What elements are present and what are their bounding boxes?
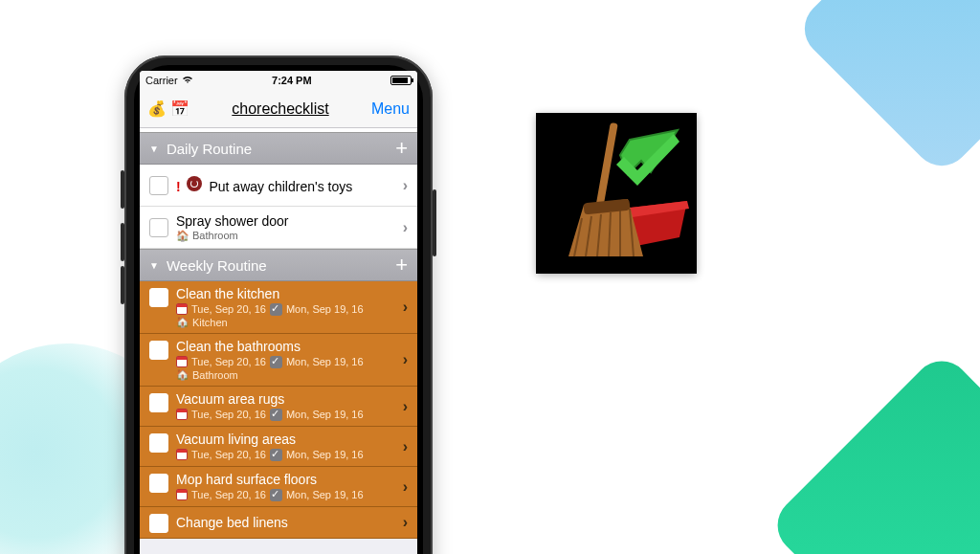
task-done-date: Mon, Sep 19, 16 [286, 355, 364, 368]
calendar-icon [176, 449, 188, 460]
task-row[interactable]: Vacuum area rugs Tue, Sep 20, 16 Mon, Se… [140, 387, 417, 427]
task-done-date: Mon, Sep 19, 16 [286, 302, 364, 316]
task-row[interactable]: ! Put away children's toys › [140, 165, 417, 207]
collapse-triangle-icon: ▼ [149, 144, 159, 154]
add-task-button[interactable]: + [395, 136, 408, 161]
decorative-blob [766, 349, 980, 554]
task-checkbox[interactable] [149, 288, 168, 307]
phone-screen: Carrier 7:24 PM 💰 📅 chorechecklist Menu … [140, 71, 417, 554]
section-title: Weekly Routine [167, 257, 267, 274]
status-bar: Carrier 7:24 PM [140, 71, 417, 90]
done-check-icon [270, 489, 282, 501]
task-title: Put away children's toys [209, 179, 352, 194]
room-icon: 🏠 [176, 368, 189, 381]
chevron-right-icon: › [403, 514, 408, 531]
task-row[interactable]: Vacuum living areas Tue, Sep 20, 16 Mon,… [140, 427, 417, 467]
done-check-icon [270, 303, 282, 316]
task-done-date: Mon, Sep 19, 16 [286, 408, 364, 421]
done-check-icon [270, 449, 282, 461]
task-row[interactable]: Mop hard surface floors Tue, Sep 20, 16 … [140, 467, 417, 507]
task-title: Mop hard surface floors [176, 472, 403, 487]
app-icon [536, 113, 697, 274]
chevron-right-icon: › [403, 299, 408, 316]
section-title: Daily Routine [167, 141, 252, 157]
add-task-button[interactable]: + [395, 253, 408, 277]
app-title[interactable]: chorechecklist [189, 100, 371, 118]
menu-button[interactable]: Menu [371, 100, 410, 118]
task-title: Vacuum living areas [176, 432, 403, 447]
task-title: Spray shower door [176, 213, 397, 229]
task-checkbox[interactable] [149, 514, 168, 533]
task-title: Vacuum area rugs [176, 391, 403, 407]
carrier-label: Carrier [145, 75, 178, 86]
room-icon: 🏠 [176, 316, 189, 328]
calendar-icon [176, 409, 188, 420]
task-row[interactable]: Spray shower door 🏠 Bathroom › [140, 207, 417, 249]
chevron-right-icon: › [403, 351, 408, 368]
task-room: Bathroom [192, 369, 238, 381]
task-room: Bathroom [192, 230, 238, 241]
chevron-right-icon: › [403, 177, 408, 194]
task-due-date: Tue, Sep 20, 16 [191, 355, 266, 368]
section-header-daily[interactable]: ▼ Daily Routine + [140, 132, 417, 165]
task-row[interactable]: Clean the bathrooms Tue, Sep 20, 16 Mon,… [140, 334, 417, 387]
task-checkbox[interactable] [149, 341, 168, 360]
calendar-icon [176, 356, 188, 367]
done-check-icon [270, 356, 282, 368]
wifi-icon [182, 75, 193, 86]
chevron-right-icon: › [403, 219, 408, 236]
phone-frame: Carrier 7:24 PM 💰 📅 chorechecklist Menu … [124, 55, 433, 554]
task-checkbox[interactable] [149, 176, 168, 195]
task-done-date: Mon, Sep 19, 16 [286, 448, 364, 461]
decorative-blob [792, 0, 980, 178]
task-checkbox[interactable] [149, 474, 168, 493]
task-due-date: Tue, Sep 20, 16 [191, 448, 266, 461]
task-title: Clean the bathrooms [176, 339, 403, 354]
alarm-icon [187, 176, 202, 191]
priority-icon: ! [176, 179, 181, 194]
calendar-icon [176, 489, 188, 500]
calendar-icon[interactable]: 📅 [170, 100, 189, 118]
calendar-icon [176, 303, 188, 315]
task-title: Clean the kitchen [176, 286, 403, 301]
task-done-date: Mon, Sep 19, 16 [286, 488, 364, 501]
task-due-date: Tue, Sep 20, 16 [191, 488, 266, 501]
chevron-right-icon: › [403, 398, 408, 415]
status-clock: 7:24 PM [193, 75, 390, 86]
money-bag-icon[interactable]: 💰 [147, 100, 167, 118]
chevron-right-icon: › [403, 478, 408, 496]
task-due-date: Tue, Sep 20, 16 [191, 302, 266, 316]
app-navbar: 💰 📅 chorechecklist Menu [140, 90, 417, 128]
room-icon: 🏠 [176, 230, 189, 242]
chevron-right-icon: › [403, 438, 408, 455]
task-checkbox[interactable] [149, 393, 168, 412]
task-checkbox[interactable] [149, 433, 168, 453]
battery-icon [390, 76, 412, 85]
task-row[interactable]: Clean the kitchen Tue, Sep 20, 16 Mon, S… [140, 281, 417, 334]
task-row[interactable]: Change bed linens › [140, 507, 417, 539]
task-due-date: Tue, Sep 20, 16 [191, 408, 266, 421]
section-header-weekly[interactable]: ▼ Weekly Routine + [140, 249, 417, 281]
collapse-triangle-icon: ▼ [149, 260, 159, 271]
task-room: Kitchen [192, 317, 228, 328]
task-title: Change bed linens [176, 515, 403, 530]
done-check-icon [270, 409, 282, 421]
task-checkbox[interactable] [149, 218, 168, 237]
